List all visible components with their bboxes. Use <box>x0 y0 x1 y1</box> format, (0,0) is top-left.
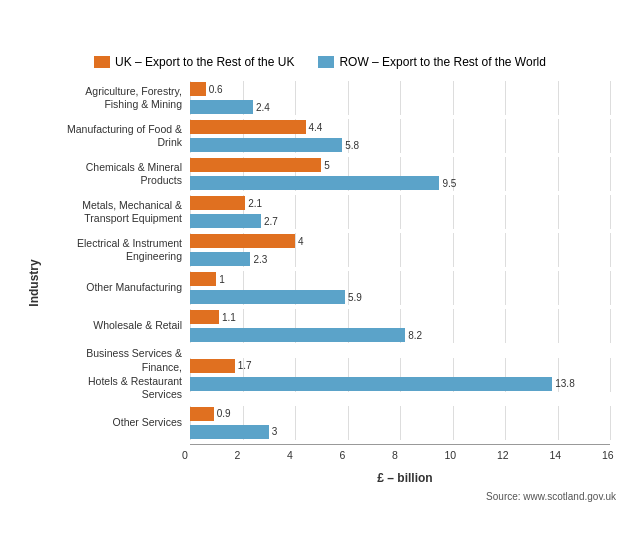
uk-bar-row-2: 5 <box>190 157 620 173</box>
bar-pair-0: 0.62.4 <box>190 81 620 115</box>
row-bar-7 <box>190 377 552 391</box>
uk-bar-2 <box>190 158 321 172</box>
uk-bar-label-5: 1 <box>219 274 225 285</box>
row-bar-label-5: 5.9 <box>348 292 362 303</box>
uk-bar-0 <box>190 82 206 96</box>
row-group-6: Wholesale & Retail1.18.2 <box>50 309 620 343</box>
row-bar-6 <box>190 328 405 342</box>
x-tick-2: 2 <box>235 449 241 461</box>
category-label-0: Agriculture, Forestry,Fishing & Mining <box>50 85 190 112</box>
row-group-1: Manufacturing of Food &Drink4.45.8 <box>50 119 620 153</box>
uk-bar-label-3: 2.1 <box>248 198 262 209</box>
row-bar-4 <box>190 252 250 266</box>
bars-area: Agriculture, Forestry,Fishing & Mining0.… <box>50 81 620 444</box>
uk-bar-label-2: 5 <box>324 160 330 171</box>
category-label-8: Other Services <box>50 416 190 430</box>
row-bar-row-3: 2.7 <box>190 213 620 229</box>
bar-pair-4: 42.3 <box>190 233 620 267</box>
uk-bar-3 <box>190 196 245 210</box>
x-tick-10: 10 <box>445 449 457 461</box>
row-group-8: Other Services0.93 <box>50 406 620 440</box>
x-axis-title: £ – billion <box>190 471 620 485</box>
row-bar-label-1: 5.8 <box>345 140 359 151</box>
uk-bar-row-6: 1.1 <box>190 309 620 325</box>
bar-pair-8: 0.93 <box>190 406 620 440</box>
row-bar-1 <box>190 138 342 152</box>
row-group-5: Other Manufacturing15.9 <box>50 271 620 305</box>
row-bar-label-8: 3 <box>272 426 278 437</box>
row-bar-label-6: 8.2 <box>408 330 422 341</box>
legend-uk: UK – Export to the Rest of the UK <box>94 55 294 69</box>
x-tick-12: 12 <box>497 449 509 461</box>
bar-pair-7: 1.713.8 <box>190 358 620 392</box>
x-tick-14: 14 <box>550 449 562 461</box>
x-tick-6: 6 <box>340 449 346 461</box>
chart-inner: Agriculture, Forestry,Fishing & Mining0.… <box>50 81 620 485</box>
row-bar-8 <box>190 425 269 439</box>
row-bar-row-4: 2.3 <box>190 251 620 267</box>
chart-container: UK – Export to the Rest of the UK ROW – … <box>10 39 630 512</box>
row-group-0: Agriculture, Forestry,Fishing & Mining0.… <box>50 81 620 115</box>
category-label-1: Manufacturing of Food &Drink <box>50 123 190 150</box>
uk-bar-label-7: 1.7 <box>238 360 252 371</box>
bar-pair-2: 59.5 <box>190 157 620 191</box>
row-group-3: Metals, Mechanical &Transport Equipment2… <box>50 195 620 229</box>
row-bar-label-0: 2.4 <box>256 102 270 113</box>
uk-swatch <box>94 56 110 68</box>
y-axis-label: Industry <box>27 259 41 306</box>
category-label-7: Business Services & Finance,Hotels & Res… <box>50 347 190 402</box>
category-label-3: Metals, Mechanical &Transport Equipment <box>50 199 190 226</box>
uk-bar-8 <box>190 407 214 421</box>
legend-row: ROW – Export to the Rest of the World <box>318 55 546 69</box>
category-label-6: Wholesale & Retail <box>50 319 190 333</box>
row-bar-row-0: 2.4 <box>190 99 620 115</box>
x-tick-8: 8 <box>392 449 398 461</box>
uk-bar-row-1: 4.4 <box>190 119 620 135</box>
uk-bar-row-4: 4 <box>190 233 620 249</box>
y-axis-label-container: Industry <box>20 81 48 485</box>
legend: UK – Export to the Rest of the UK ROW – … <box>20 55 620 69</box>
uk-bar-label-4: 4 <box>298 236 304 247</box>
bar-pair-3: 2.12.7 <box>190 195 620 229</box>
row-bar-3 <box>190 214 261 228</box>
bar-pair-6: 1.18.2 <box>190 309 620 343</box>
row-bar-row-2: 9.5 <box>190 175 620 191</box>
row-legend-label: ROW – Export to the Rest of the World <box>339 55 546 69</box>
category-label-2: Chemicals & MineralProducts <box>50 161 190 188</box>
row-swatch <box>318 56 334 68</box>
category-label-5: Other Manufacturing <box>50 281 190 295</box>
uk-bar-1 <box>190 120 306 134</box>
row-group-2: Chemicals & MineralProducts59.5 <box>50 157 620 191</box>
chart-body: Industry Agriculture, Forestry,Fishing &… <box>20 81 620 485</box>
source-line: Source: www.scotland.gov.uk <box>20 491 620 502</box>
bar-pair-5: 15.9 <box>190 271 620 305</box>
row-bar-row-5: 5.9 <box>190 289 620 305</box>
row-bar-row-6: 8.2 <box>190 327 620 343</box>
row-bar-row-7: 13.8 <box>190 376 620 392</box>
row-bar-row-8: 3 <box>190 424 620 440</box>
uk-bar-label-8: 0.9 <box>217 408 231 419</box>
x-tick-4: 4 <box>287 449 293 461</box>
row-bar-5 <box>190 290 345 304</box>
row-bar-row-1: 5.8 <box>190 137 620 153</box>
uk-bar-label-6: 1.1 <box>222 312 236 323</box>
uk-bar-6 <box>190 310 219 324</box>
uk-bar-4 <box>190 234 295 248</box>
row-group-7: Business Services & Finance,Hotels & Res… <box>50 347 620 402</box>
row-bar-label-7: 13.8 <box>555 378 574 389</box>
uk-bar-label-0: 0.6 <box>209 84 223 95</box>
uk-bar-label-1: 4.4 <box>309 122 323 133</box>
uk-bar-7 <box>190 359 235 373</box>
row-group-4: Electrical & InstrumentEngineering42.3 <box>50 233 620 267</box>
uk-bar-row-7: 1.7 <box>190 358 620 374</box>
uk-bar-row-5: 1 <box>190 271 620 287</box>
category-label-4: Electrical & InstrumentEngineering <box>50 237 190 264</box>
x-tick-0: 0 <box>182 449 188 461</box>
uk-legend-label: UK – Export to the Rest of the UK <box>115 55 294 69</box>
row-bar-0 <box>190 100 253 114</box>
row-bar-label-4: 2.3 <box>253 254 267 265</box>
uk-bar-row-3: 2.1 <box>190 195 620 211</box>
uk-bar-row-0: 0.6 <box>190 81 620 97</box>
row-bar-label-3: 2.7 <box>264 216 278 227</box>
row-bar-label-2: 9.5 <box>442 178 456 189</box>
